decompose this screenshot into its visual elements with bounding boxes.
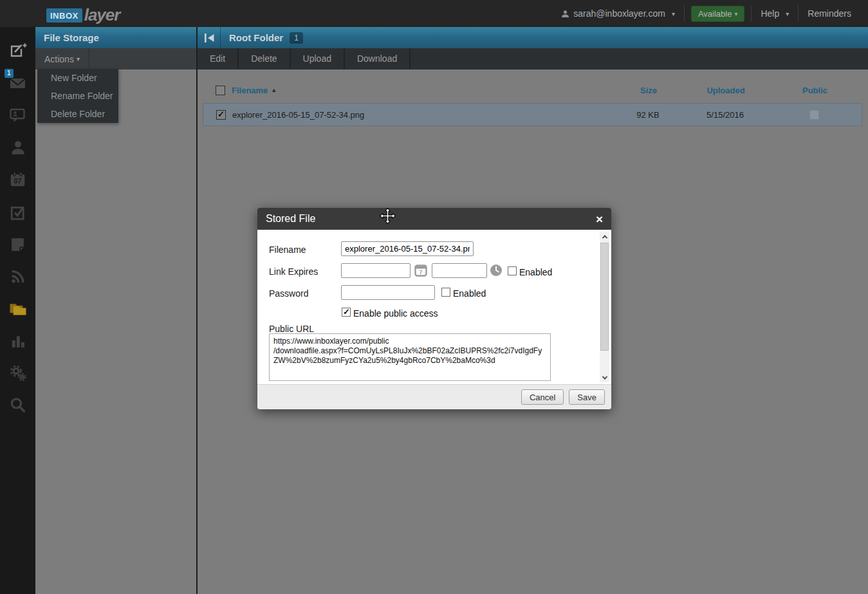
contact-chat-icon	[9, 107, 26, 124]
sidebar-item-compose[interactable]	[0, 35, 35, 67]
folder-title: Root Folder	[229, 32, 283, 43]
dialog-footer: Cancel Save	[257, 384, 611, 409]
sidebar-item-contacts[interactable]	[0, 131, 35, 163]
files-table: Filename ▲ Size Uploaded Public explorer…	[203, 80, 862, 126]
scroll-up-button[interactable]	[600, 232, 609, 241]
person-icon	[10, 140, 26, 155]
logo-inbox: INBOX	[46, 8, 82, 23]
topbar: INBOX layer sarah@inboxlayer.com ▾ Avail…	[0, 0, 868, 27]
panel-toolbar: Actions ▾	[35, 48, 196, 70]
download-button[interactable]: Download	[345, 48, 411, 70]
chevron-down-icon: ▾	[672, 10, 675, 17]
save-button[interactable]: Save	[569, 389, 605, 405]
dialog-scrollbar[interactable]	[600, 232, 609, 382]
availability-button[interactable]: Available ▾	[691, 6, 745, 22]
stored-file-dialog: Stored File × Filename Link Expires 7 En…	[257, 208, 611, 409]
calendar-icon: 7	[414, 264, 427, 277]
public-url-textarea[interactable]: https://www.inboxlayer.com/public /downl…	[269, 333, 551, 381]
calendar-picker-button[interactable]: 7	[414, 264, 427, 277]
sidebar-item-calendar[interactable]: 07	[0, 163, 35, 196]
password-input[interactable]	[341, 285, 435, 300]
row-size: 92 KB	[613, 110, 683, 120]
sort-asc-icon: ▲	[271, 87, 277, 93]
column-header-uploaded[interactable]: Uploaded	[684, 86, 768, 95]
task-check-icon	[10, 204, 26, 220]
sidebar-item-notes[interactable]	[0, 228, 35, 260]
enable-public-access-checkbox[interactable]	[342, 308, 351, 317]
public-url-label: Public URL	[269, 324, 314, 334]
link-enabled-checkbox[interactable]	[508, 266, 517, 275]
user-menu[interactable]: sarah@inboxlayer.com ▾	[552, 8, 684, 19]
password-enabled-label: Enabled	[453, 288, 486, 299]
unread-badge: 1	[5, 69, 14, 78]
collapse-panel-button[interactable]	[198, 27, 221, 48]
edit-button[interactable]: Edit	[198, 48, 239, 70]
select-all-checkbox[interactable]	[216, 86, 225, 95]
sidebar: 1 07	[0, 27, 35, 594]
sidebar-item-mail[interactable]: 1	[0, 67, 35, 99]
folder-header: Root Folder 1	[198, 27, 868, 48]
folders-icon	[8, 300, 28, 317]
link-expires-label: Link Expires	[269, 266, 318, 277]
chevron-up-icon	[602, 235, 607, 240]
gears-icon	[9, 364, 27, 382]
help-menu[interactable]: Help ▾	[752, 8, 798, 19]
folder-count-badge: 1	[290, 32, 303, 44]
sidebar-item-file-storage[interactable]	[0, 292, 35, 324]
rss-icon	[10, 268, 26, 284]
link-expires-time-input[interactable]	[432, 263, 487, 278]
column-header-size[interactable]: Size	[613, 86, 684, 95]
sidebar-item-feeds[interactable]	[0, 260, 35, 292]
sidebar-item-reports[interactable]	[0, 324, 35, 357]
column-header-public[interactable]: Public	[768, 86, 862, 95]
separator	[684, 5, 685, 22]
cancel-button[interactable]: Cancel	[521, 389, 564, 405]
actions-label: Actions	[44, 54, 74, 64]
dialog-titlebar[interactable]: Stored File ×	[257, 208, 611, 230]
sidebar-item-search[interactable]	[0, 389, 35, 421]
compose-icon	[9, 42, 27, 59]
row-select-checkbox[interactable]	[216, 110, 226, 120]
chevron-down-icon	[602, 374, 607, 379]
row-filename[interactable]: explorer_2016-05-15_07-52-34.png	[226, 110, 613, 120]
note-icon	[10, 236, 26, 252]
filename-input[interactable]	[341, 241, 474, 256]
table-row[interactable]: explorer_2016-05-15_07-52-34.png 92 KB 5…	[203, 103, 862, 126]
panel-header: File Storage	[35, 27, 196, 48]
sidebar-item-tasks[interactable]	[0, 196, 35, 228]
password-enabled-checkbox[interactable]	[441, 288, 450, 297]
calendar-icon: 07	[9, 171, 26, 188]
logo-layer: layer	[84, 5, 120, 25]
availability-label: Available	[698, 9, 732, 19]
chevron-down-icon: ▾	[734, 10, 737, 17]
panel-title: File Storage	[35, 32, 99, 43]
menu-item-rename-folder[interactable]: Rename Folder	[37, 87, 118, 105]
delete-button[interactable]: Delete	[239, 48, 290, 70]
link-expires-date-input[interactable]	[341, 263, 411, 278]
sidebar-item-contact-chat[interactable]	[0, 99, 35, 131]
table-header-row: Filename ▲ Size Uploaded Public	[203, 80, 862, 100]
search-icon	[9, 396, 26, 413]
time-picker-button[interactable]	[490, 264, 503, 277]
row-uploaded: 5/15/2016	[683, 110, 767, 120]
reminders-label: Reminders	[808, 8, 851, 19]
calendar-day-glyph: 7	[419, 269, 422, 275]
close-icon[interactable]: ×	[596, 213, 603, 225]
actions-button[interactable]: Actions ▾	[35, 48, 89, 70]
filename-label: Filename	[269, 245, 306, 255]
sidebar-item-settings[interactable]	[0, 357, 35, 389]
menu-item-new-folder[interactable]: New Folder	[37, 69, 118, 87]
reminders-button[interactable]: Reminders	[799, 8, 860, 19]
menu-item-delete-folder[interactable]: Delete Folder	[37, 105, 118, 123]
file-storage-panel: File Storage Actions ▾ New Folder Rename…	[35, 27, 196, 594]
collapse-left-icon	[202, 32, 216, 44]
upload-button[interactable]: Upload	[291, 48, 345, 70]
user-icon	[561, 10, 569, 18]
scroll-down-button[interactable]	[600, 373, 609, 382]
password-label: Password	[269, 288, 308, 299]
dialog-body: Filename Link Expires 7 Enabled Password…	[257, 230, 611, 384]
scrollbar-thumb[interactable]	[600, 243, 609, 351]
help-label: Help	[761, 8, 779, 19]
row-public-checkbox[interactable]	[809, 110, 819, 120]
column-header-filename[interactable]: Filename ▲	[225, 86, 613, 95]
